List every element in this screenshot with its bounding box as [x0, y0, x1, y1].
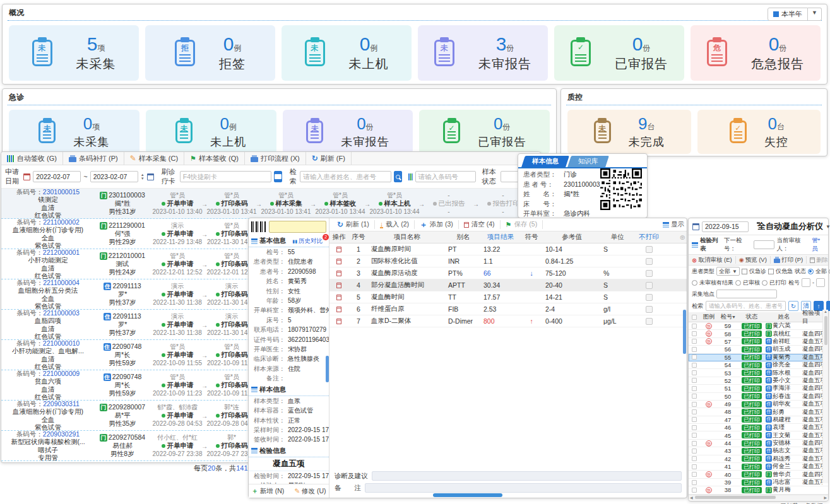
item-value[interactable]: 1.1 [481, 255, 520, 267]
row-checkbox[interactable] [692, 488, 697, 493]
vertical-scrollbar[interactable]: ▲ [822, 310, 828, 483]
review-row[interactable]: 急 46 已打印 住袁瑾 凝血五项 [689, 424, 828, 431]
delete-row-icon[interactable] [336, 295, 341, 300]
row-checkbox[interactable] [692, 464, 697, 469]
item-value[interactable]: 66 [481, 267, 520, 279]
barcode-scan-input[interactable] [269, 221, 326, 233]
checkno-from-input[interactable] [802, 278, 810, 287]
review-row[interactable]: 急 53 已打印 住陈水根 凝血四项 [689, 369, 828, 377]
delete-row-icon[interactable] [336, 283, 341, 288]
row-checkbox[interactable] [692, 441, 697, 446]
result-row[interactable]: 2 国际标准化比值 INR 1.1 0.84-1.25 [329, 255, 687, 267]
item-value[interactable]: 800 [481, 315, 520, 327]
review-row[interactable]: 急 50 已打印 住彭春连 凝血四项 [689, 393, 828, 401]
delete-row-icon[interactable] [336, 259, 341, 264]
item-value[interactable]: 17.57 [481, 291, 520, 303]
preview-button[interactable]: ◉预览 (V) [736, 256, 771, 264]
review-row[interactable]: 急 44 已打印 住安德林 凝血四项 [689, 440, 828, 447]
delete-row-icon[interactable] [336, 271, 341, 276]
scrollbar-thumb[interactable] [326, 356, 329, 382]
row-checkbox[interactable] [692, 347, 697, 352]
row-checkbox[interactable] [692, 378, 697, 383]
review-row[interactable]: 急 58 已打印 门袁桃红 凝血四项 [689, 330, 828, 337]
row-checkbox[interactable] [692, 363, 697, 368]
row-checkbox[interactable] [692, 448, 697, 454]
critical-only-checkbox[interactable] [768, 269, 774, 274]
stat-card[interactable]: 未 0例 未上机 [282, 25, 412, 81]
delete-row-icon[interactable] [336, 307, 341, 312]
toolbar-button[interactable]: 刷新 (F) [306, 152, 352, 165]
review-row[interactable]: 急 41 已打印 住何金兰 凝血五项 [689, 463, 828, 471]
save-button[interactable]: ⚑保存 (5) [501, 220, 543, 229]
result-row[interactable]: 4 部分凝血活酶时间 APTT 30.34 20-40 S [329, 279, 687, 291]
review-row[interactable]: 急 55 已打印 住黄菊秀 凝血五项 [689, 354, 828, 361]
stat-card[interactable]: ✓ 0份 已审报告 [554, 25, 684, 81]
show-toggle[interactable]: 显示 [663, 220, 684, 229]
barcode-link[interactable]: 2301000015 [43, 188, 80, 196]
refresh-list-button[interactable]: ↻ [788, 301, 798, 311]
row-checkbox[interactable] [692, 480, 697, 485]
stat-card[interactable]: 未 5项 未采集 [9, 25, 139, 81]
item-value[interactable]: 13.22 [481, 243, 520, 255]
horizontal-scrollbar[interactable]: ◀▶ [689, 495, 828, 500]
result-row[interactable]: 6 纤维蛋白原 FIB 2.53 2-4 g/l [329, 303, 687, 315]
barcode-link[interactable]: 2210000009 [43, 370, 80, 377]
row-checkbox[interactable] [692, 355, 697, 360]
row-checkbox[interactable] [692, 370, 697, 375]
review-row[interactable]: 急 43 已打印 住杨志文 凝血五项 [689, 447, 828, 455]
period-button[interactable]: 本半年 [768, 8, 808, 21]
review-row[interactable]: 急 42 已打印 住易连秀 凝血五项 [689, 455, 828, 463]
delete-button[interactable]: 删除 (D) [807, 256, 830, 264]
scrollbar-thumb[interactable] [683, 310, 686, 354]
item-value[interactable]: 2.53 [481, 303, 520, 315]
card-swipe-button[interactable] [274, 171, 282, 182]
analyzer-select[interactable]: 全自动凝血分析仪 [757, 221, 823, 232]
review-row[interactable]: 急 38 已打印 门黄月梅 [689, 486, 828, 494]
stat-card[interactable]: 未 3份 未审报告 [418, 25, 548, 81]
delete-row-icon[interactable] [336, 247, 341, 252]
row-checkbox[interactable] [692, 402, 697, 407]
row-checkbox[interactable] [692, 386, 697, 391]
no-print-checkbox[interactable] [646, 270, 653, 277]
no-print-checkbox[interactable] [646, 258, 653, 265]
card-swipe-input[interactable] [180, 171, 271, 182]
unreviewed-with-result-radio[interactable] [692, 280, 697, 286]
review-row[interactable]: 急 51 已打印 住李海洋 凝血四项 [689, 385, 828, 392]
no-print-checkbox[interactable] [646, 246, 653, 253]
result-row[interactable]: 1 凝血酶原时间 PT 13.22 10-14 S [329, 243, 687, 255]
urgent-only-checkbox[interactable] [742, 269, 747, 274]
no-print-checkbox[interactable] [646, 294, 653, 301]
row-checkbox[interactable] [692, 472, 697, 477]
stat-card[interactable]: 危 0份 危急报告 [691, 25, 821, 81]
row-checkbox[interactable] [692, 324, 697, 329]
printed-radio[interactable] [762, 280, 768, 286]
review-row[interactable]: 急 49 已打印 住胡华友 凝血五项 [689, 401, 828, 408]
barcode-search-input[interactable] [415, 171, 476, 182]
row-checkbox[interactable] [692, 456, 697, 461]
select-all-checkbox[interactable] [692, 315, 697, 320]
checkno-to-input[interactable] [816, 278, 825, 287]
next-no-input[interactable] [754, 240, 774, 249]
add-item-button[interactable]: ＋添加 (3) [415, 220, 459, 229]
no-print-checkbox[interactable] [646, 318, 653, 325]
list-search-input[interactable] [706, 301, 786, 311]
no-print-checkbox[interactable] [646, 282, 653, 289]
date-from-input[interactable] [33, 171, 81, 182]
toolbar-button[interactable]: 样本签收 (Q) [184, 152, 245, 165]
search-button[interactable] [394, 171, 401, 182]
date-to-input[interactable] [90, 171, 138, 182]
barcode-link[interactable]: 2210000010 [43, 339, 80, 347]
delete-row-icon[interactable] [336, 319, 341, 324]
barcode-link[interactable]: 2212000001 [43, 249, 80, 256]
toolbar-button[interactable]: 自动签收 (G) [1, 152, 63, 165]
row-checkbox[interactable] [692, 394, 697, 399]
stat-card[interactable]: 拒 0例 拒签 [145, 25, 275, 81]
no-print-checkbox[interactable] [646, 306, 653, 313]
collapse-handle[interactable] [433, 493, 502, 497]
stat-card[interactable]: 未 0例 未上机 [146, 110, 276, 154]
column-settings-icon[interactable]: ◎ [664, 231, 687, 243]
load-button[interactable]: ↓载入 (2) [375, 220, 415, 229]
barcode-link[interactable]: 2211000002 [43, 218, 80, 226]
period-dropdown-button[interactable]: ▼ [808, 8, 822, 21]
barcode-link[interactable]: 2209030291 [43, 430, 80, 438]
